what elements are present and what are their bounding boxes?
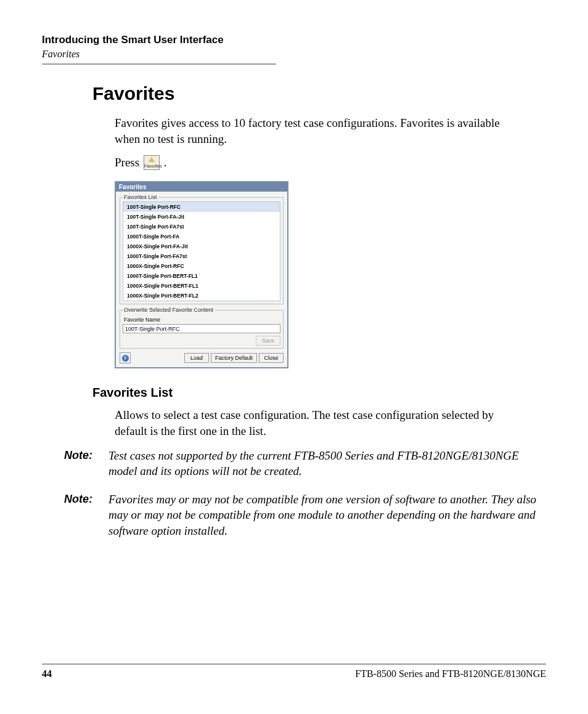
favorites-list-item[interactable]: 1000T-Single Port-FA7st bbox=[123, 251, 280, 261]
save-button[interactable]: Save bbox=[256, 336, 280, 346]
help-icon: ? bbox=[122, 355, 129, 362]
help-button[interactable]: ? bbox=[120, 352, 131, 363]
press-label: Press bbox=[115, 156, 139, 169]
note-1: Note: Test cases not supported by the cu… bbox=[42, 448, 546, 479]
overwrite-legend: Overwrite Selected Favorite Content bbox=[123, 307, 214, 313]
page-header: Introducing the Smart User Interface Fav… bbox=[42, 34, 546, 65]
favorites-list-item[interactable]: 100T-Single Port-FA7st bbox=[123, 222, 280, 232]
favorites-list-item[interactable]: 1000X-Single Port-FA-Jit bbox=[123, 241, 280, 251]
favorites-icon-caption: Favorites bbox=[144, 164, 159, 169]
favorite-name-label: Favorite Name bbox=[124, 317, 280, 323]
chapter-subtitle: Favorites bbox=[42, 49, 546, 60]
press-period: . bbox=[164, 156, 167, 169]
footer-rule bbox=[42, 663, 546, 665]
dialog-bottom-row: ? Load Factory Default Close bbox=[116, 350, 287, 365]
section-intro: Favorites gives access to 10 factory tes… bbox=[92, 115, 528, 147]
favorites-list-item[interactable]: 1000X-Single Port-BERT-FL2 bbox=[123, 291, 280, 301]
section-title: Favorites bbox=[92, 83, 528, 104]
favorites-list-item[interactable]: 1000T-Single Port-FA bbox=[123, 232, 280, 241]
favorites-dialog: Favorites Favorites List 100T-Single Por… bbox=[115, 181, 288, 368]
page-footer: 44 FTB-8500 Series and FTB-8120NGE/8130N… bbox=[42, 663, 546, 680]
content-area: Favorites Favorites gives access to 10 f… bbox=[42, 83, 546, 439]
favorites-list-item[interactable]: 100T-Single Port-RFC bbox=[123, 202, 280, 212]
note-1-text: Test cases not supported by the current … bbox=[108, 448, 546, 479]
favorites-list-fieldset: Favorites List 100T-Single Port-RFC100T-… bbox=[120, 194, 284, 304]
close-button[interactable]: Close bbox=[259, 353, 284, 363]
favorites-list-item[interactable]: 1000T-Single Port-BERT-FL1 bbox=[123, 271, 280, 281]
favorite-name-input[interactable] bbox=[123, 324, 280, 333]
note-label: Note: bbox=[42, 448, 108, 479]
favorites-list-item[interactable]: 100T-Single Port-FA-Jit bbox=[123, 212, 280, 222]
header-rule bbox=[42, 63, 276, 65]
subsection-title: Favorites List bbox=[92, 386, 528, 400]
chapter-title: Introducing the Smart User Interface bbox=[42, 34, 546, 46]
load-button[interactable]: Load bbox=[184, 353, 209, 363]
page-number: 44 bbox=[42, 668, 52, 680]
dialog-titlebar: Favorites bbox=[116, 182, 287, 192]
subsection-body: Allows to select a test case configurati… bbox=[92, 407, 528, 439]
favorites-icon: Favorites bbox=[144, 155, 160, 170]
favorites-list-item[interactable]: 1000X-Single Port-RFC bbox=[123, 261, 280, 271]
favorites-list-legend: Favorites List bbox=[123, 194, 158, 200]
factory-default-button[interactable]: Factory Default bbox=[211, 353, 257, 363]
note-label: Note: bbox=[42, 492, 108, 539]
note-2-text: Favorites may or may not be compatible f… bbox=[108, 492, 546, 539]
overwrite-fieldset: Overwrite Selected Favorite Content Favo… bbox=[120, 307, 284, 349]
favorites-list[interactable]: 100T-Single Port-RFC100T-Single Port-FA-… bbox=[123, 201, 280, 301]
press-line: Press Favorites . bbox=[92, 155, 528, 170]
note-2: Note: Favorites may or may not be compat… bbox=[42, 492, 546, 539]
product-line: FTB-8500 Series and FTB-8120NGE/8130NGE bbox=[355, 668, 546, 680]
favorites-list-item[interactable]: 1000X-Single Port-BERT-FL1 bbox=[123, 281, 280, 291]
